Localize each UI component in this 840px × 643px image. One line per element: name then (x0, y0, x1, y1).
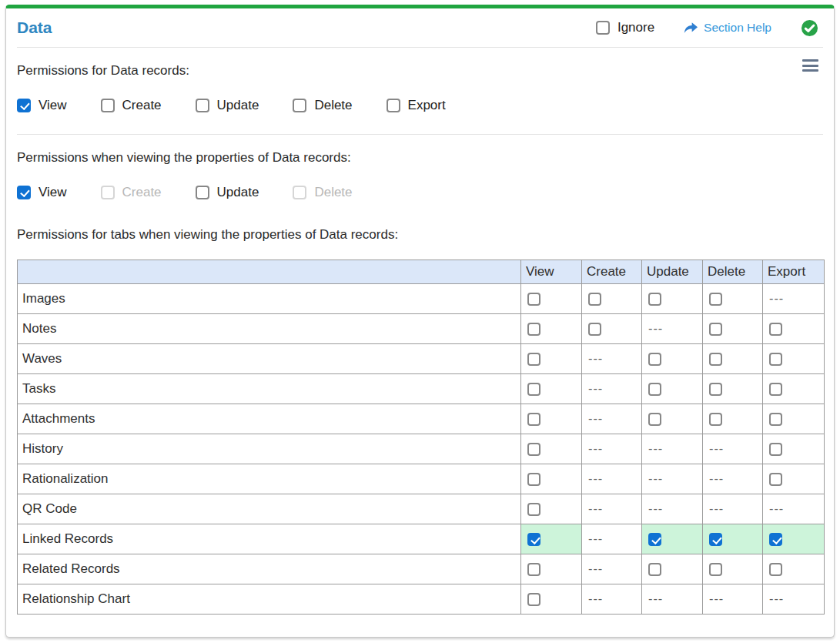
col-header-blank (18, 260, 521, 284)
row-label: Related Records (18, 554, 521, 584)
ignore-checkbox[interactable] (596, 21, 610, 35)
table-checkbox[interactable] (527, 413, 540, 426)
table-checkbox[interactable] (648, 413, 661, 426)
records-export-checkbox-group[interactable]: Export (387, 98, 446, 113)
records-update-checkbox[interactable] (196, 99, 209, 112)
table-row-linked-records: Linked Records --- (18, 524, 825, 554)
table-checkbox[interactable] (709, 353, 722, 366)
table-checkbox[interactable] (769, 443, 782, 456)
no-permission-dashes: --- (648, 442, 663, 456)
properties-view-checkbox[interactable] (17, 186, 31, 199)
row-label: Relationship Chart (18, 584, 521, 615)
table-checkbox[interactable] (527, 293, 540, 306)
records-delete-checkbox[interactable] (293, 99, 306, 112)
table-row-qr-code: QR Code --- --- --- --- (18, 494, 825, 524)
ignore-label: Ignore (617, 20, 654, 35)
records-create-checkbox[interactable] (101, 99, 115, 112)
row-label: QR Code (18, 494, 521, 524)
table-checkbox[interactable] (769, 323, 782, 336)
no-permission-dashes: --- (588, 592, 603, 606)
table-checkbox[interactable] (588, 323, 601, 336)
perm-cell: --- (642, 464, 703, 494)
perm-cell: --- (703, 464, 763, 494)
table-checkbox[interactable] (709, 323, 722, 336)
table-checkbox[interactable] (648, 563, 661, 576)
table-checkbox[interactable] (769, 473, 782, 486)
col-header-delete: Delete (703, 260, 763, 284)
records-view-checkbox-group[interactable]: View (17, 98, 67, 113)
perm-cell: --- (582, 344, 642, 374)
table-checkbox[interactable] (648, 383, 661, 396)
records-create-checkbox-group[interactable]: Create (101, 98, 162, 113)
perm-cell (582, 314, 642, 344)
hamburger-menu-icon[interactable] (802, 59, 818, 72)
perm-cell: --- (582, 584, 642, 615)
table-checkbox[interactable] (769, 563, 782, 576)
records-update-checkbox-group[interactable]: Update (196, 98, 259, 113)
checkbox-label: Delete (314, 98, 352, 113)
table-checkbox[interactable] (709, 563, 722, 576)
table-checkbox[interactable] (709, 413, 722, 426)
table-row-images: Images --- (18, 284, 825, 314)
table-checkbox[interactable] (527, 563, 540, 576)
table-checkbox[interactable] (527, 443, 540, 456)
table-checkbox[interactable] (527, 533, 540, 546)
properties-delete-checkbox-group: Delete (293, 185, 352, 200)
section-help-link[interactable]: Section Help (684, 21, 771, 35)
perm-cell (763, 464, 825, 494)
perm-cell (521, 374, 582, 404)
perm-cell: --- (642, 584, 703, 615)
properties-update-checkbox[interactable] (196, 186, 209, 199)
table-checkbox[interactable] (527, 473, 540, 486)
perm-cell (763, 434, 825, 464)
table-checkbox[interactable] (648, 533, 661, 546)
records-export-checkbox[interactable] (387, 99, 400, 112)
perm-cell (763, 374, 825, 404)
row-label: Rationalization (18, 464, 521, 494)
properties-update-checkbox-group[interactable]: Update (196, 185, 259, 200)
properties-view-checkbox-group[interactable]: View (17, 185, 67, 200)
table-checkbox[interactable] (769, 353, 782, 366)
perm-cell (763, 404, 825, 434)
check-circle-icon (801, 19, 818, 37)
no-permission-dashes: --- (769, 292, 784, 306)
table-checkbox[interactable] (527, 323, 540, 336)
ignore-checkbox-group[interactable]: Ignore (596, 20, 654, 35)
row-label: Linked Records (18, 524, 521, 554)
properties-create-checkbox-group: Create (101, 185, 162, 200)
properties-delete-checkbox (293, 186, 306, 199)
perm-cell (521, 494, 582, 524)
table-checkbox[interactable] (527, 383, 540, 396)
table-checkbox[interactable] (769, 413, 782, 426)
table-checkbox[interactable] (769, 533, 782, 546)
row-label: Attachments (18, 404, 521, 434)
col-header-create: Create (582, 260, 642, 284)
table-checkbox[interactable] (527, 503, 540, 516)
table-checkbox[interactable] (648, 353, 661, 366)
perm-cell (703, 554, 763, 584)
table-checkbox[interactable] (527, 593, 540, 606)
table-checkbox[interactable] (769, 383, 782, 396)
checkbox-label: View (38, 98, 67, 113)
table-checkbox[interactable] (588, 293, 601, 306)
perm-cell (703, 374, 763, 404)
no-permission-dashes: --- (648, 472, 663, 486)
perm-cell: --- (703, 434, 763, 464)
table-checkbox[interactable] (648, 293, 661, 306)
records-permissions-label: Permissions for Data records: (17, 62, 823, 79)
table-checkbox[interactable] (527, 353, 540, 366)
checkbox-label: Create (122, 185, 162, 200)
properties-create-checkbox (101, 186, 115, 199)
perm-cell (763, 554, 825, 584)
table-checkbox[interactable] (709, 533, 722, 546)
records-delete-checkbox-group[interactable]: Delete (293, 98, 352, 113)
table-checkbox[interactable] (709, 383, 722, 396)
perm-cell (642, 284, 703, 314)
perm-cell: --- (582, 464, 642, 494)
table-header-row: View Create Update Delete Export (18, 260, 825, 284)
checkbox-label: Create (122, 98, 162, 113)
table-checkbox[interactable] (709, 293, 722, 306)
forward-arrow-icon (684, 22, 698, 35)
records-view-checkbox[interactable] (17, 99, 31, 112)
no-permission-dashes: --- (588, 532, 603, 546)
